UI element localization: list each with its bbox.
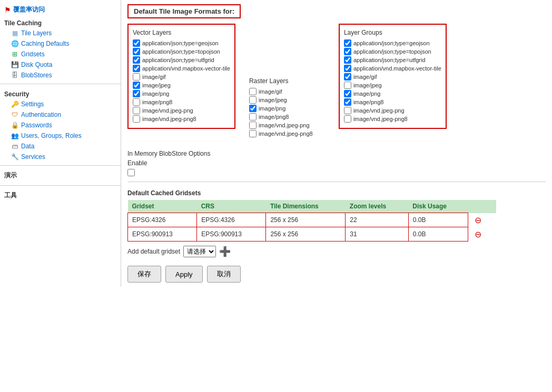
list-item: image/png	[133, 90, 230, 97]
col-zoom: Zoom levels	[346, 200, 408, 213]
sidebar: ⚑ 覆盖率访问 Tile Caching ▦ Tile Layers 🌐 Cac…	[0, 0, 121, 287]
top-link[interactable]: 覆盖率访问	[13, 5, 45, 14]
format-checkbox-9[interactable]	[133, 115, 140, 123]
sidebar-item-blobstores[interactable]: 🗄 BlobStores	[0, 70, 121, 81]
sidebar-item-settings[interactable]: 🔑 Settings	[0, 99, 121, 109]
sidebar-item-gridsets[interactable]: ⊞ Gridsets	[0, 49, 121, 59]
list-item: image/gif	[249, 88, 325, 95]
sidebar-item-authentication[interactable]: 🛡 Authentication	[0, 109, 121, 120]
blob-icon: 🗄	[11, 71, 19, 79]
format-checkbox-1[interactable]	[249, 96, 257, 104]
list-item: application/json;type=utfgrid	[344, 56, 441, 64]
format-label-6: image/png	[353, 91, 380, 97]
list-item: image/png8	[133, 98, 230, 106]
format-checkbox-7[interactable]	[344, 98, 351, 106]
apply-button[interactable]: Apply	[165, 266, 203, 283]
format-label-9: image/vnd.jpeg-png8	[353, 116, 408, 122]
cell-gridset: EPSG:900913	[128, 227, 197, 242]
format-checkbox-9[interactable]	[344, 115, 351, 123]
format-checkbox-0[interactable]	[344, 39, 351, 47]
disk-icon: 💾	[11, 61, 19, 69]
sidebar-item-caching-defaults[interactable]: 🌐 Caching Defaults	[0, 38, 121, 49]
sidebar-item-disk-quota[interactable]: 💾 Disk Quota	[0, 59, 121, 70]
sidebar-item-passwords[interactable]: 🔒 Passwords	[0, 120, 121, 130]
cell-zoom: 31	[346, 227, 408, 242]
main-content: Default Tile Image Formats for: Vector L…	[121, 0, 552, 287]
list-item: image/gif	[344, 73, 441, 81]
col-actions	[468, 200, 496, 213]
format-checkbox-4[interactable]	[133, 73, 140, 81]
sidebar-item-tools[interactable]: 工具	[0, 189, 121, 202]
format-checkbox-2[interactable]	[249, 105, 257, 112]
delete-gridset-button[interactable]: ⊖	[472, 215, 484, 225]
delete-gridset-button[interactable]: ⊖	[472, 229, 484, 239]
format-label-5: image/jpeg	[353, 82, 382, 88]
wrench-icon: 🔧	[11, 153, 19, 161]
gridsets-title: Default Cached Gridsets	[127, 189, 546, 197]
cell-zoom: 22	[346, 213, 408, 227]
format-checkbox-2[interactable]	[133, 56, 140, 64]
sidebar-item-data[interactable]: 🗃 Data	[0, 141, 121, 152]
action-buttons: 保存 Apply 取消	[127, 266, 546, 283]
format-checkbox-0[interactable]	[133, 39, 140, 47]
sidebar-item-services[interactable]: 🔧 Services	[0, 152, 121, 162]
format-checkbox-3[interactable]	[249, 113, 257, 120]
cancel-button[interactable]: 取消	[207, 266, 241, 283]
format-checkbox-6[interactable]	[344, 90, 351, 97]
vector-layers-section: Vector Layers application/json;type=geoj…	[127, 24, 235, 129]
format-label-1: application/json;type=topojson	[142, 48, 220, 55]
enable-checkbox[interactable]	[127, 169, 135, 176]
list-item: application/vnd.mapbox-vector-tile	[344, 65, 441, 72]
format-checkbox-5[interactable]	[249, 130, 257, 137]
format-checkbox-1[interactable]	[133, 48, 140, 55]
format-checkbox-0[interactable]	[249, 88, 257, 95]
format-label-1: application/json;type=topojson	[353, 48, 431, 55]
list-item: application/json;type=geojson	[344, 39, 441, 47]
cell-tile_dim: 256 x 256	[266, 213, 346, 227]
list-item: image/png	[344, 90, 441, 97]
add-gridset-row: Add default gridset 请选择 ➕	[127, 246, 546, 257]
format-checkbox-4[interactable]	[344, 73, 351, 81]
vector-layers-title: Vector Layers	[133, 29, 230, 36]
cell-disk: 0.0B	[408, 227, 468, 242]
list-item: image/vnd.jpeg-png	[249, 122, 325, 129]
format-label-9: image/vnd.jpeg-png8	[142, 116, 196, 122]
format-checkbox-8[interactable]	[133, 107, 140, 114]
add-gridset-select[interactable]: 请选择	[183, 246, 216, 257]
key-icon: 🔑	[11, 100, 19, 108]
save-button[interactable]: 保存	[127, 266, 161, 283]
format-label-2: application/json;type=utfgrid	[142, 57, 214, 63]
format-checkbox-1[interactable]	[344, 48, 351, 55]
format-checkbox-6[interactable]	[133, 90, 140, 97]
sidebar-item-demo[interactable]: 演示	[0, 169, 121, 182]
list-item: image/vnd.jpeg-png8	[344, 115, 441, 123]
format-label-3: application/vnd.mapbox-vector-tile	[353, 65, 441, 72]
format-checkbox-2[interactable]	[344, 56, 351, 64]
list-item: image/jpeg	[249, 96, 325, 104]
cell-disk: 0.0B	[408, 213, 468, 227]
gridsets-table: Gridset CRS Tile Dimensions Zoom levels …	[127, 200, 496, 242]
format-checkbox-5[interactable]	[133, 82, 140, 89]
format-checkbox-8[interactable]	[344, 107, 351, 114]
format-checkbox-4[interactable]	[249, 122, 257, 129]
sidebar-item-users-groups-roles[interactable]: 👥 Users, Groups, Roles	[0, 130, 121, 141]
format-checkbox-3[interactable]	[133, 65, 140, 72]
add-gridset-button[interactable]: ➕	[219, 246, 231, 257]
format-label-7: image/png8	[142, 99, 173, 105]
gridsets-body: EPSG:4326EPSG:4326256 x 256220.0B⊖EPSG:9…	[128, 213, 496, 242]
cell-crs: EPSG:4326	[197, 213, 266, 227]
format-checkbox-7[interactable]	[133, 98, 140, 106]
list-item: image/png8	[344, 98, 441, 106]
flag-icon: ⚑	[4, 6, 11, 14]
format-checkbox-3[interactable]	[344, 65, 351, 72]
format-label-2: application/json;type=utfgrid	[353, 57, 426, 63]
format-label-7: image/png8	[353, 99, 384, 105]
col-crs: CRS	[197, 200, 266, 213]
format-checkbox-5[interactable]	[344, 82, 351, 89]
list-item: application/vnd.mapbox-vector-tile	[133, 65, 230, 72]
sidebar-item-tile-layers[interactable]: ▦ Tile Layers	[0, 28, 121, 38]
add-gridset-label: Add default gridset	[127, 248, 180, 255]
cell-tile_dim: 256 x 256	[266, 227, 346, 242]
list-item: application/json;type=geojson	[133, 39, 230, 47]
blobstore-title: In Memory BlobStore Options	[127, 150, 546, 157]
